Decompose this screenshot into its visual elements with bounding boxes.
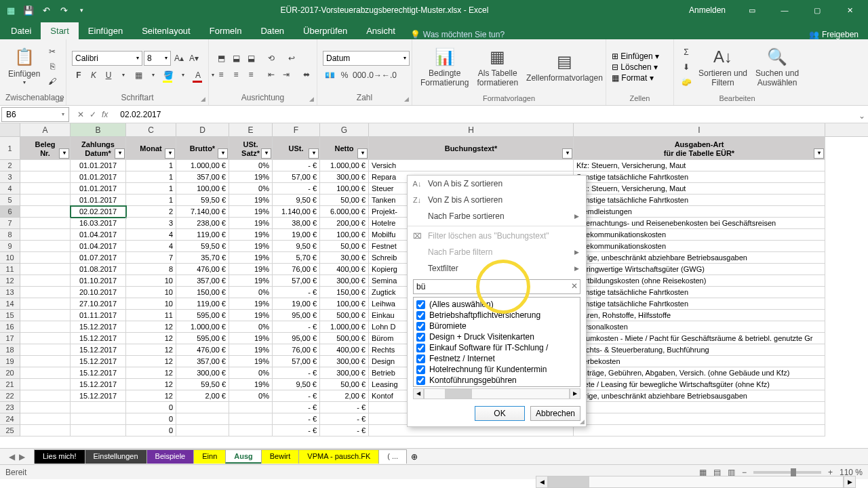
- row-header-8[interactable]: 8: [0, 229, 20, 241]
- row-header-12[interactable]: 12: [0, 275, 20, 287]
- cell-F20[interactable]: - €: [273, 367, 320, 379]
- sheet-tab[interactable]: VPMA - pausch.FK: [298, 449, 379, 464]
- cell-A22[interactable]: [20, 390, 71, 402]
- cell-G6[interactable]: 6.000,00 €: [320, 206, 369, 218]
- cell-I25[interactable]: [574, 425, 825, 436]
- tab-layout[interactable]: Seitenlayout: [132, 22, 200, 39]
- cell-C4[interactable]: 1: [126, 183, 176, 195]
- cell-G11[interactable]: 400,00 €: [320, 264, 369, 275]
- currency-icon[interactable]: 💶: [323, 68, 336, 82]
- cell-A5[interactable]: [20, 195, 71, 206]
- cell-C10[interactable]: 7: [126, 252, 176, 264]
- cell-C9[interactable]: 4: [126, 241, 176, 252]
- cell-D6[interactable]: 7.140,00 €: [176, 206, 229, 218]
- cell-I4[interactable]: Kfz: Steuern, Versicherung, Maut: [574, 183, 825, 195]
- cell-A4[interactable]: [20, 183, 71, 195]
- bold-icon[interactable]: F: [72, 68, 85, 82]
- row-header-18[interactable]: 18: [0, 344, 20, 356]
- row-header-22[interactable]: 22: [0, 390, 20, 402]
- cell-C21[interactable]: 12: [126, 379, 176, 390]
- align-bot-icon[interactable]: ⬓: [244, 52, 258, 65]
- fx-icon[interactable]: fx: [102, 110, 108, 119]
- filter-tree-item[interactable]: Büromiete: [415, 321, 578, 331]
- filter-btn-E[interactable]: ▾: [261, 148, 271, 159]
- row-header-23[interactable]: 23: [0, 402, 20, 413]
- hscroll-left-icon[interactable]: ◀: [536, 476, 548, 488]
- row-header-9[interactable]: 9: [0, 241, 20, 252]
- sheet-tab[interactable]: Einstellungen: [85, 449, 147, 464]
- cell-B5[interactable]: 01.01.2017: [71, 195, 126, 206]
- cancel-formula-icon[interactable]: ✕: [77, 110, 84, 119]
- excel-icon[interactable]: ▦: [3, 2, 19, 18]
- resize-grip-icon[interactable]: ◢: [580, 418, 585, 425]
- filter-checkbox[interactable]: [416, 376, 425, 385]
- cell-E5[interactable]: 19%: [229, 195, 273, 206]
- cell-D22[interactable]: 2,00 €: [176, 390, 229, 402]
- cell-D23[interactable]: [176, 402, 229, 413]
- cell-C11[interactable]: 8: [126, 264, 176, 275]
- row-header-14[interactable]: 14: [0, 298, 20, 310]
- merge-icon[interactable]: ⬌: [300, 68, 313, 81]
- filter-btn-F[interactable]: ▾: [309, 148, 319, 159]
- cell-C20[interactable]: 12: [126, 367, 176, 379]
- cell-C13[interactable]: 10: [126, 287, 176, 298]
- filter-tree-item[interactable]: Hotelrechnung für Kundentermin: [415, 364, 578, 375]
- cell-D14[interactable]: 119,00 €: [176, 298, 229, 310]
- cell-A19[interactable]: [20, 356, 71, 367]
- cell-A7[interactable]: [20, 218, 71, 229]
- filter-checkbox[interactable]: [416, 311, 425, 320]
- cell-G23[interactable]: - €: [320, 402, 369, 413]
- tab-formulas[interactable]: Formeln: [200, 22, 252, 39]
- filter-tree-item[interactable]: Betriebshaftpflichtversicherung: [415, 310, 578, 321]
- format-table-button[interactable]: ▦Als Tabelle formatieren: [474, 45, 521, 88]
- cell-B4[interactable]: 01.01.2017: [71, 183, 126, 195]
- cell-G17[interactable]: 500,00 €: [320, 333, 369, 344]
- cell-D16[interactable]: 1.000,00 €: [176, 321, 229, 333]
- cell-E11[interactable]: 19%: [229, 264, 273, 275]
- cell-I7[interactable]: Übernachtungs- und Reisenebenkosten bei …: [574, 218, 825, 229]
- cell-A8[interactable]: [20, 229, 71, 241]
- cell-D7[interactable]: 238,00 €: [176, 218, 229, 229]
- cell-G25[interactable]: - €: [320, 425, 369, 436]
- cell-C14[interactable]: 10: [126, 298, 176, 310]
- cell-F14[interactable]: 19,00 €: [273, 298, 320, 310]
- row-header-4[interactable]: 4: [0, 183, 20, 195]
- cell-E9[interactable]: 19%: [229, 241, 273, 252]
- qat-more-icon[interactable]: ▾: [73, 2, 90, 18]
- cell-G20[interactable]: 300,00 €: [320, 367, 369, 379]
- cell-C7[interactable]: 3: [126, 218, 176, 229]
- cell-C25[interactable]: 0: [126, 425, 176, 436]
- expand-formula-icon[interactable]: ⌄: [859, 111, 865, 121]
- cell-D2[interactable]: 1.000,00 €: [176, 160, 229, 171]
- format-cells-button[interactable]: ▦ Format ▾: [612, 73, 659, 83]
- sort-za[interactable]: Z↓Von Z bis A sortieren: [408, 192, 586, 208]
- cell-E3[interactable]: 19%: [229, 171, 273, 183]
- cell-G7[interactable]: 200,00 €: [320, 218, 369, 229]
- clear-search-icon[interactable]: ✕: [571, 281, 578, 291]
- cell-A15[interactable]: [20, 310, 71, 321]
- autosum-icon[interactable]: Σ: [679, 45, 693, 59]
- text-filter[interactable]: Textfilter▶: [408, 260, 586, 277]
- tree-scroll-thumb[interactable]: [445, 389, 472, 399]
- cell-A12[interactable]: [20, 275, 71, 287]
- cell-I22[interactable]: übrige, unbeschränkt abziehbare Betriebs…: [574, 390, 825, 402]
- orientation-icon[interactable]: ⟲: [264, 52, 278, 65]
- cell-D9[interactable]: 59,50 €: [176, 241, 229, 252]
- insert-cells-button[interactable]: ⊞ Einfügen ▾: [612, 52, 659, 61]
- cell-I20[interactable]: Beiträge, Gebühren, Abgaben, Versich. (o…: [574, 367, 825, 379]
- sheet-tab[interactable]: Einn: [193, 449, 226, 464]
- cell-F5[interactable]: 9,50 €: [273, 195, 320, 206]
- align-center-icon[interactable]: ≡: [229, 68, 243, 81]
- borders-more-icon[interactable]: ▾: [146, 68, 160, 82]
- indent-inc-icon[interactable]: ⇥: [279, 68, 293, 81]
- cell-E16[interactable]: 0%: [229, 321, 273, 333]
- cell-B8[interactable]: 01.04.2017: [71, 229, 126, 241]
- cell-A20[interactable]: [20, 367, 71, 379]
- cell-I6[interactable]: Fremdleistungen: [574, 206, 825, 218]
- cell-D3[interactable]: 357,00 €: [176, 171, 229, 183]
- cell-I18[interactable]: Rechts- & Steuerberatung, Buchführung: [574, 344, 825, 356]
- cell-I13[interactable]: Sonstige tatsächliche Fahrtkosten: [574, 287, 825, 298]
- borders-icon[interactable]: ▦: [132, 68, 145, 82]
- cell-I14[interactable]: Sonstige tatsächliche Fahrtkosten: [574, 298, 825, 310]
- cell-F4[interactable]: - €: [273, 183, 320, 195]
